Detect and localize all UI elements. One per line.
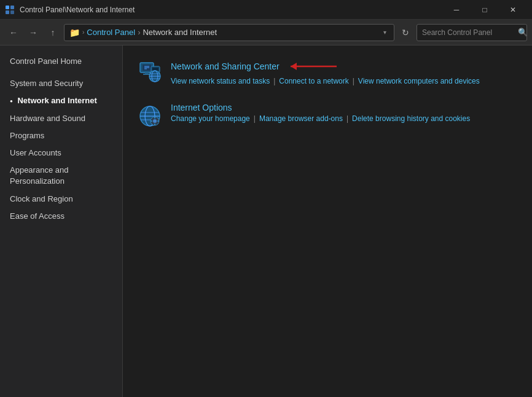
sidebar: Control Panel Home System and Security N… <box>0 45 123 397</box>
svg-point-26 <box>153 119 157 123</box>
folder-icon: 📁 <box>69 28 80 37</box>
sep-3: | <box>254 114 256 123</box>
sidebar-item-network-and-internet[interactable]: Network and Internet <box>0 92 122 109</box>
svg-rect-2 <box>6 10 9 14</box>
network-sharing-title[interactable]: Network and Sharing Center <box>171 61 280 71</box>
sep-4: | <box>346 114 348 123</box>
path-part-2[interactable]: Network and Internet <box>143 28 217 37</box>
connect-to-network-link[interactable]: Connect to a network <box>279 77 348 85</box>
window-icon <box>5 5 15 15</box>
address-dropdown-icon[interactable]: ▾ <box>381 29 389 36</box>
content-area: Network and Sharing Center View network … <box>123 45 532 397</box>
minimize-button[interactable]: ─ <box>442 0 471 20</box>
network-sharing-icon <box>138 59 162 84</box>
svg-rect-9 <box>145 73 149 74</box>
address-bar: ← → ↑ 📁 › Control Panel › Network and In… <box>0 20 532 45</box>
view-computers-link[interactable]: View network computers and devices <box>358 77 480 85</box>
internet-options-icon <box>138 104 162 128</box>
svg-rect-28 <box>154 124 155 125</box>
view-network-link[interactable]: View network status and tasks <box>171 77 270 85</box>
close-button[interactable]: ✕ <box>499 0 527 20</box>
sep-2: | <box>353 77 354 85</box>
network-sharing-links: View network status and tasks | Connect … <box>171 77 480 85</box>
address-chevron-1: › <box>82 29 84 36</box>
svg-rect-1 <box>10 6 14 9</box>
svg-marker-19 <box>291 63 297 70</box>
maximize-button[interactable]: □ <box>471 0 499 20</box>
internet-options-section: Internet Options Change your homepage | … <box>138 103 517 128</box>
svg-rect-27 <box>154 117 155 119</box>
internet-options-title[interactable]: Internet Options <box>171 103 232 112</box>
annotation-arrow <box>284 58 340 75</box>
sidebar-item-appearance-and-personalization[interactable]: Appearance and Personalization <box>0 162 122 190</box>
window-controls: ─ □ ✕ <box>442 0 527 20</box>
sidebar-item-programs[interactable]: Programs <box>0 127 122 144</box>
svg-rect-3 <box>10 10 14 14</box>
internet-options-body: Internet Options Change your homepage | … <box>171 103 470 123</box>
sidebar-item-clock-and-region[interactable]: Clock and Region <box>0 191 122 208</box>
sidebar-item-hardware-and-sound[interactable]: Hardware and Sound <box>0 110 122 127</box>
search-input[interactable] <box>422 28 514 37</box>
svg-rect-0 <box>6 6 9 9</box>
delete-history-link[interactable]: Delete browsing history and cookies <box>352 114 470 123</box>
svg-rect-30 <box>157 120 159 122</box>
address-path: Control Panel › Network and Internet <box>87 28 378 37</box>
sidebar-item-system-and-security[interactable]: System and Security <box>0 75 122 92</box>
svg-rect-29 <box>151 120 152 122</box>
refresh-button[interactable]: ↻ <box>397 24 414 41</box>
sidebar-item-user-accounts[interactable]: User Accounts <box>0 144 122 162</box>
forward-button[interactable]: → <box>25 24 42 41</box>
address-box[interactable]: 📁 › Control Panel › Network and Internet… <box>64 24 394 41</box>
sep-1: | <box>273 77 275 85</box>
back-button[interactable]: ← <box>5 24 22 41</box>
search-box: 🔍 <box>417 24 527 41</box>
network-sharing-section: Network and Sharing Center View network … <box>138 58 517 85</box>
sidebar-item-control-panel-home[interactable]: Control Panel Home <box>0 53 122 70</box>
path-separator: › <box>138 28 140 37</box>
search-icon: 🔍 <box>518 28 528 37</box>
title-bar: Control Panel\Network and Internet ─ □ ✕ <box>0 0 532 20</box>
internet-options-links: Change your homepage | Manage browser ad… <box>171 114 470 123</box>
sidebar-item-ease-of-access[interactable]: Ease of Access <box>0 208 122 225</box>
up-button[interactable]: ↑ <box>44 24 61 41</box>
change-homepage-link[interactable]: Change your homepage <box>171 114 250 123</box>
main-container: Control Panel Home System and Security N… <box>0 45 532 397</box>
network-sharing-body: Network and Sharing Center View network … <box>171 58 480 85</box>
window-title: Control Panel\Network and Internet <box>20 6 437 14</box>
path-part-1[interactable]: Control Panel <box>87 28 135 37</box>
manage-addons-link[interactable]: Manage browser add-ons <box>259 114 343 123</box>
